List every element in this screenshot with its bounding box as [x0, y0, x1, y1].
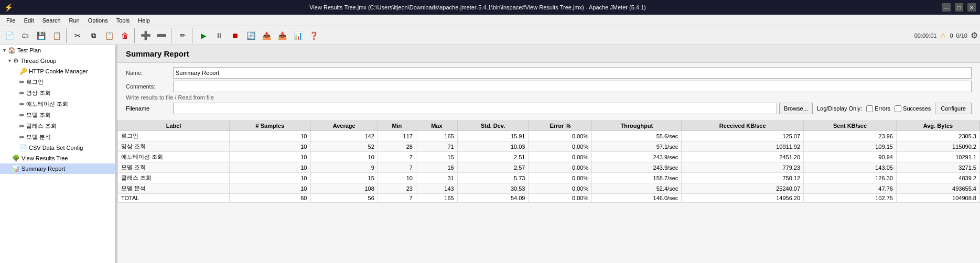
summary-report-icon: 📊 [12, 165, 20, 172]
cell-value: 28 [378, 141, 416, 152]
cell-value: 0.00% [529, 162, 592, 173]
errors-checkbox[interactable] [866, 105, 873, 112]
maximize-button[interactable]: □ [955, 3, 963, 12]
toolbar-copy[interactable]: ⧉ [86, 28, 101, 43]
sidebar-item-video-view[interactable]: ▶ ✏ 영상 조회 [0, 87, 115, 98]
filename-label: Filename [126, 105, 173, 112]
successes-label: Successes [903, 105, 931, 112]
cell-value: 30.53 [457, 183, 529, 194]
errors-label: Errors [875, 105, 890, 112]
cell-value: 142 [310, 131, 378, 141]
sidebar-item-thread-group[interactable]: ▼ ⚙ Thread Group [0, 56, 115, 66]
toolbar-delete[interactable]: 🗑 [117, 28, 132, 43]
menu-help[interactable]: Help [134, 16, 154, 25]
model-analysis-icon: ✏ [19, 134, 25, 141]
browse-button[interactable]: Browse... [779, 103, 813, 114]
toolbar-reset[interactable]: 🔄 [243, 28, 258, 43]
content-area: Summary Report Name: Comments: Write res… [117, 45, 980, 263]
cell-value: 10291.1 [896, 152, 979, 162]
thread-group-icon: ⚙ [13, 57, 19, 64]
cell-value: 493655.4 [896, 183, 979, 194]
toolbar-import[interactable]: 📥 [275, 28, 289, 43]
sidebar-item-class-view[interactable]: ▶ ✏ 클래스 조회 [0, 120, 115, 132]
cell-value: 0.00% [529, 131, 592, 141]
toolbar-clear[interactable]: ⏹ [228, 28, 242, 43]
toolbar-new[interactable]: 📄 [2, 28, 17, 43]
sidebar-item-label: CSV Data Set Config [29, 145, 83, 151]
col-label: Label [118, 121, 230, 131]
cell-value: 52.4/sec [592, 183, 682, 194]
errors-checkbox-label[interactable]: Errors [866, 105, 890, 112]
col-sent-kb: Sent KB/sec [804, 121, 897, 131]
toolbar-edit[interactable]: ✏ [175, 28, 190, 43]
toolbar-save[interactable]: 💾 [34, 28, 48, 43]
menu-file[interactable]: File [2, 16, 20, 25]
sidebar-item-model-analysis[interactable]: ▶ ✏ 모델 분석 [0, 132, 115, 143]
sidebar-item-csv-config[interactable]: ▶ 📄 CSV Data Set Config [0, 143, 115, 153]
titlebar-title: View Results Tree.jmx (C:\Users\itjeon\D… [13, 4, 942, 10]
toolbar-help[interactable]: ❓ [306, 28, 321, 43]
toolbar-remove[interactable]: ➖ [154, 28, 169, 43]
table-row: 애노테이션 조회10107152.510.00%243.9/sec2451.20… [118, 152, 980, 162]
toolbar-chart[interactable]: 📊 [290, 28, 305, 43]
successes-checkbox-label[interactable]: Successes [895, 105, 931, 112]
menu-search[interactable]: Search [38, 16, 65, 25]
sample-count: 0/10 [956, 32, 967, 39]
sidebar-item-summary-report[interactable]: ▶ 📊 Summary Report [0, 163, 115, 174]
close-button[interactable]: ✕ [967, 3, 976, 12]
name-input[interactable] [173, 67, 972, 79]
sidebar-item-annotation-view[interactable]: ▶ ✏ 애노테이션 조회 [0, 98, 115, 109]
sidebar-item-http-cookie[interactable]: ▶ 🔑 HTTP Cookie Manager [0, 66, 115, 76]
settings-icon[interactable]: ⚙ [971, 30, 978, 40]
cell-value: 9 [310, 162, 378, 173]
cell-value: 52 [310, 141, 378, 152]
sidebar-item-label: 클래스 조회 [26, 122, 57, 130]
toolbar-paste[interactable]: 📋 [102, 28, 116, 43]
comments-input[interactable] [173, 81, 972, 92]
menu-options[interactable]: Options [84, 16, 112, 25]
cell-value: 115090.2 [896, 141, 979, 152]
minimize-button[interactable]: — [942, 3, 951, 12]
log-display-label: Log/Display Only: [817, 105, 862, 112]
status-time: 00:00:01 [914, 32, 937, 39]
sidebar-item-model-view[interactable]: ▶ ✏ 모델 조회 [0, 109, 115, 120]
toolbar-open[interactable]: 🗂 [18, 28, 33, 43]
toolbar-add[interactable]: ➕ [138, 28, 153, 43]
cell-value: 5.73 [457, 173, 529, 183]
col-error-pct: Error % [529, 121, 592, 131]
sidebar: ▼ 🏠 Test Plan ▼ ⚙ Thread Group ▶ 🔑 HTTP … [0, 45, 115, 263]
cell-value: 15 [416, 152, 457, 162]
results-table: Label # Samples Average Min Max Std. Dev… [117, 120, 980, 203]
sidebar-item-label: HTTP Cookie Manager [29, 68, 88, 74]
sidebar-item-view-results-tree[interactable]: ▶ 🌳 View Results Tree [0, 153, 115, 163]
toolbar-save-as[interactable]: 📋 [49, 28, 64, 43]
cell-value: 23 [378, 183, 416, 194]
table-row: 로그인1014211716515.910.00%55.6/sec125.0723… [118, 131, 980, 141]
cell-value: 10 [230, 152, 310, 162]
menu-edit[interactable]: Edit [20, 16, 38, 25]
toolbar-cut[interactable]: ✂ [70, 28, 85, 43]
video-view-icon: ✏ [19, 90, 25, 97]
toolbar-run[interactable]: ▶ [196, 28, 211, 43]
sidebar-item-login[interactable]: ▶ ✏ 로그인 [0, 76, 115, 87]
successes-checkbox[interactable] [895, 105, 901, 112]
cell-value: 31 [416, 173, 457, 183]
model-view-icon: ✏ [19, 112, 25, 119]
cell-value: 0.00% [529, 183, 592, 194]
menu-tools[interactable]: Tools [112, 16, 134, 25]
toolbar: 📄 🗂 💾 📋 ✂ ⧉ 📋 🗑 ➕ ➖ ✏ ▶ ⏸ ⏹ 🔄 📤 📥 📊 ❓ 00… [0, 26, 980, 45]
summary-report-title: Summary Report [126, 49, 189, 58]
toolbar-export[interactable]: 📤 [259, 28, 274, 43]
sidebar-item-label: 영상 조회 [26, 89, 51, 97]
cell-value: 4839.2 [896, 173, 979, 183]
menu-run[interactable]: Run [65, 16, 84, 25]
cell-value: 143.05 [804, 162, 897, 173]
cell-value: 97.1/sec [592, 141, 682, 152]
toolbar-stop[interactable]: ⏸ [212, 28, 227, 43]
cell-value: 117 [378, 131, 416, 141]
sidebar-item-test-plan[interactable]: ▼ 🏠 Test Plan [0, 45, 115, 56]
filename-input[interactable] [173, 103, 777, 114]
table-row: 클래스 조회101510315.730.00%158.7/sec750.1212… [118, 173, 980, 183]
cell-value: 2305.3 [896, 131, 979, 141]
configure-button[interactable]: Configure [935, 103, 972, 114]
